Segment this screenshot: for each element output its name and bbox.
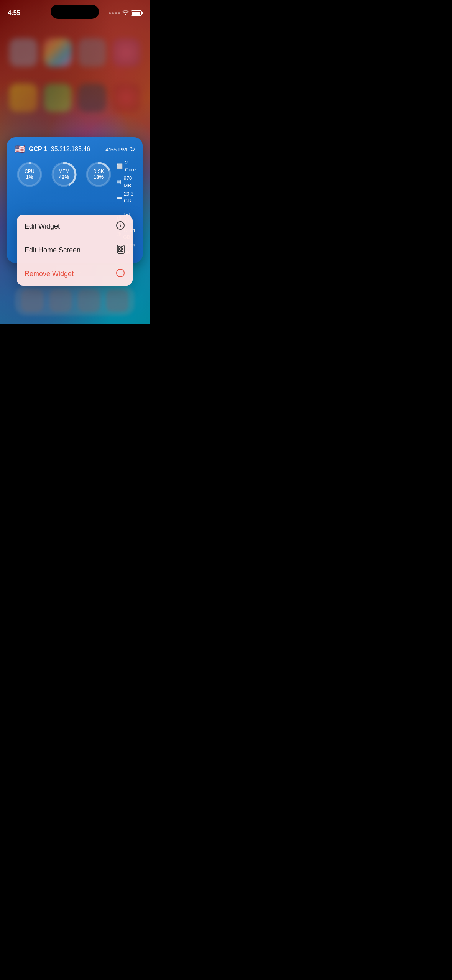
widget-time: 4:55 PM	[105, 146, 127, 153]
context-menu: Edit Widget Edit Home Screen Remove Widg…	[17, 215, 133, 286]
edit-home-screen-label: Edit Home Screen	[25, 246, 81, 254]
cpu-icon: ⬜	[117, 163, 123, 170]
disk-gauge-label: DISK 18%	[93, 169, 104, 180]
widget-time-group: 4:55 PM ↻	[105, 146, 135, 153]
battery-icon	[131, 10, 142, 16]
svg-rect-9	[117, 245, 124, 253]
storage-text: 29.3 GB	[124, 191, 137, 204]
signal-dots	[109, 12, 120, 14]
server-ip: 35.212.185.46	[51, 146, 90, 153]
wifi-icon	[122, 10, 129, 16]
svg-rect-10	[118, 247, 120, 248]
remove-widget-menu-item[interactable]: Remove Widget	[17, 262, 133, 286]
disk-gauge: DISK 18%	[84, 159, 113, 189]
signal-dot-1	[109, 12, 111, 14]
cpu-gauge: CPU 1%	[15, 159, 44, 189]
info-icon	[116, 221, 125, 232]
refresh-icon: ↻	[130, 146, 135, 153]
ram-row: ▤ 970 MB	[117, 175, 137, 189]
dynamic-island	[51, 5, 99, 19]
mem-gauge: MEM 42%	[49, 159, 79, 189]
status-right-icons	[109, 10, 142, 16]
storage-icon: ▬	[117, 194, 122, 201]
widget-header: 🇺🇸 GCP 1 35.212.185.46 4:55 PM ↻	[15, 144, 135, 154]
cpu-gauge-label: CPU 1%	[25, 169, 34, 180]
battery-fill	[132, 12, 140, 15]
ram-icon: ▤	[117, 178, 122, 185]
svg-rect-11	[121, 247, 123, 248]
signal-dot-2	[112, 12, 114, 14]
info-divider	[117, 206, 137, 210]
edit-widget-label: Edit Widget	[25, 222, 60, 230]
home-screen-icon	[117, 245, 125, 256]
gauges-group: CPU 1% MEM 42%	[15, 159, 113, 189]
cpu-cores-text: 2 Core	[125, 159, 137, 173]
svg-rect-13	[121, 250, 123, 252]
storage-row: ▬ 29.3 GB	[117, 191, 137, 204]
widget-title-group: 🇺🇸 GCP 1 35.212.185.46	[15, 144, 90, 154]
signal-dot-3	[115, 12, 117, 14]
edit-widget-menu-item[interactable]: Edit Widget	[17, 215, 133, 238]
ram-text: 970 MB	[124, 175, 137, 189]
edit-home-screen-menu-item[interactable]: Edit Home Screen	[17, 238, 133, 262]
server-name: GCP 1	[29, 146, 47, 153]
country-flag: 🇺🇸	[15, 144, 25, 154]
status-time: 4:55	[8, 9, 20, 17]
signal-dot-4	[118, 12, 120, 14]
mem-gauge-label: MEM 42%	[59, 169, 69, 180]
svg-rect-12	[118, 250, 120, 252]
remove-widget-label: Remove Widget	[25, 270, 74, 278]
cpu-cores-row: ⬜ 2 Core	[117, 159, 137, 173]
remove-icon	[116, 268, 125, 280]
